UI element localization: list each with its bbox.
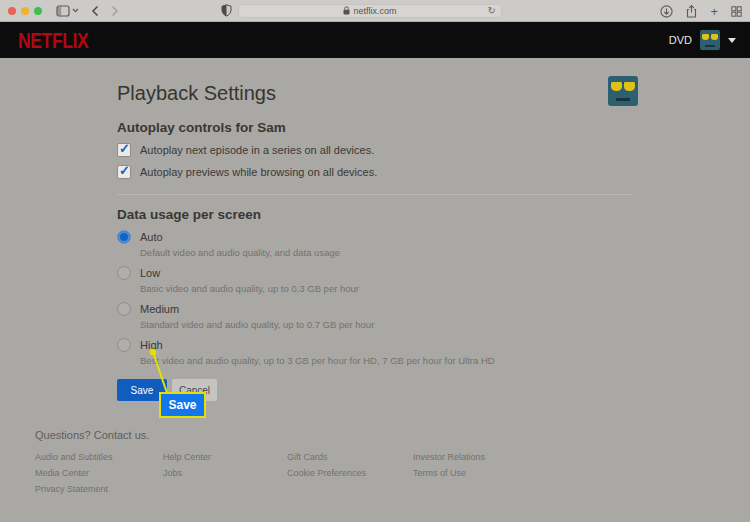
netflix-logo[interactable]: NETFLIX xyxy=(18,27,88,53)
radio-label: High xyxy=(140,339,163,351)
radio-label: Auto xyxy=(140,231,163,243)
profile-thumbnail xyxy=(608,76,638,106)
footer-link-gift-cards[interactable]: Gift Cards xyxy=(287,453,366,462)
zoom-window-button[interactable] xyxy=(34,7,42,15)
tab-overview-icon[interactable] xyxy=(731,6,742,17)
sidebar-chevron-down-icon[interactable] xyxy=(72,8,79,13)
forward-button[interactable] xyxy=(111,5,119,17)
radio-description: Default video and audio quality, and dat… xyxy=(140,247,633,258)
footer-link-jobs[interactable]: Jobs xyxy=(163,469,211,478)
footer-link-media-center[interactable]: Media Center xyxy=(35,469,113,478)
address-bar[interactable]: netflix.com ↻ xyxy=(238,4,502,18)
page-title: Playback Settings xyxy=(117,82,633,105)
profile-caret-down-icon[interactable] xyxy=(728,38,736,43)
checkbox-label: Autoplay next episode in a series on all… xyxy=(140,144,374,156)
new-tab-icon[interactable]: + xyxy=(710,5,718,18)
sunglasses-lens-right xyxy=(711,34,718,40)
footer-column-4: Investor Relations Terms of Use xyxy=(413,453,485,485)
privacy-shield-icon[interactable] xyxy=(221,4,232,17)
autoplay-previews-checkbox[interactable]: ✓ xyxy=(117,165,131,179)
minimize-window-button[interactable] xyxy=(21,7,29,15)
downloads-icon[interactable] xyxy=(660,5,673,18)
data-usage-option-low[interactable]: Low Basic video and audio quality, up to… xyxy=(117,266,633,294)
sunglasses-lens-right xyxy=(624,82,635,91)
footer-link-help-center[interactable]: Help Center xyxy=(163,453,211,462)
radio-description: Standard video and audio quality, up to … xyxy=(140,319,633,330)
section-divider xyxy=(117,194,633,195)
reload-icon[interactable]: ↻ xyxy=(488,5,496,16)
window-controls xyxy=(8,7,42,15)
autoplay-next-episode-checkbox[interactable]: ✓ xyxy=(117,143,131,157)
data-usage-section-heading: Data usage per screen xyxy=(117,207,633,222)
footer-link-audio-and-subtitles[interactable]: Audio and Subtitles xyxy=(35,453,113,462)
checkbox-label: Autoplay previews while browsing on all … xyxy=(140,166,377,178)
sidebar-icon[interactable] xyxy=(56,5,70,17)
radio-description: Basic video and audio quality, up to 0.3… xyxy=(140,283,633,294)
footer-link-terms-of-use[interactable]: Terms of Use xyxy=(413,469,485,478)
data-usage-option-high[interactable]: High Best video and audio quality, up to… xyxy=(117,338,633,366)
sunglasses-lens-left xyxy=(702,34,709,40)
profile-avatar[interactable] xyxy=(700,30,720,50)
back-button[interactable] xyxy=(91,5,99,17)
radio-description: Best video and audio quality, up to 3 GB… xyxy=(140,355,633,366)
footer-column-2: Help Center Jobs xyxy=(163,453,211,485)
dvd-link[interactable]: DVD xyxy=(669,34,692,46)
avatar-mouth xyxy=(705,45,715,47)
sunglasses-lens-left xyxy=(611,82,622,91)
check-icon: ✓ xyxy=(119,141,130,156)
radio-medium[interactable] xyxy=(117,302,131,316)
browser-toolbar: netflix.com ↻ + xyxy=(0,0,750,22)
close-window-button[interactable] xyxy=(8,7,16,15)
autoplay-previews-row[interactable]: ✓ Autoplay previews while browsing on al… xyxy=(117,165,633,179)
playback-settings-panel: Playback Settings Autoplay controls for … xyxy=(117,58,633,401)
radio-label: Low xyxy=(140,267,160,279)
footer-link-cookie-preferences[interactable]: Cookie Preferences xyxy=(287,469,366,478)
radio-low[interactable] xyxy=(117,266,131,280)
check-icon: ✓ xyxy=(119,163,130,178)
data-usage-option-auto[interactable]: Auto Default video and audio quality, an… xyxy=(117,230,633,258)
contact-us-link[interactable]: Questions? Contact us. xyxy=(35,429,149,441)
footer-link-investor-relations[interactable]: Investor Relations xyxy=(413,453,485,462)
data-usage-option-medium[interactable]: Medium Standard video and audio quality,… xyxy=(117,302,633,330)
radio-high[interactable] xyxy=(117,338,131,352)
annotation-callout: Save xyxy=(159,392,206,418)
footer-link-privacy-statement[interactable]: Privacy Statement xyxy=(35,485,113,494)
autoplay-section-heading: Autoplay controls for Sam xyxy=(117,120,633,135)
netflix-header: NETFLIX DVD xyxy=(0,22,750,58)
footer-column-3: Gift Cards Cookie Preferences xyxy=(287,453,366,485)
radio-label: Medium xyxy=(140,303,179,315)
footer-column-1: Audio and Subtitles Media Center Privacy… xyxy=(35,453,113,501)
radio-auto[interactable] xyxy=(117,230,131,244)
autoplay-next-episode-row[interactable]: ✓ Autoplay next episode in a series on a… xyxy=(117,143,633,157)
url-text: netflix.com xyxy=(353,6,396,16)
lock-icon xyxy=(343,6,350,15)
avatar-mouth xyxy=(616,98,630,101)
share-icon[interactable] xyxy=(686,5,697,18)
